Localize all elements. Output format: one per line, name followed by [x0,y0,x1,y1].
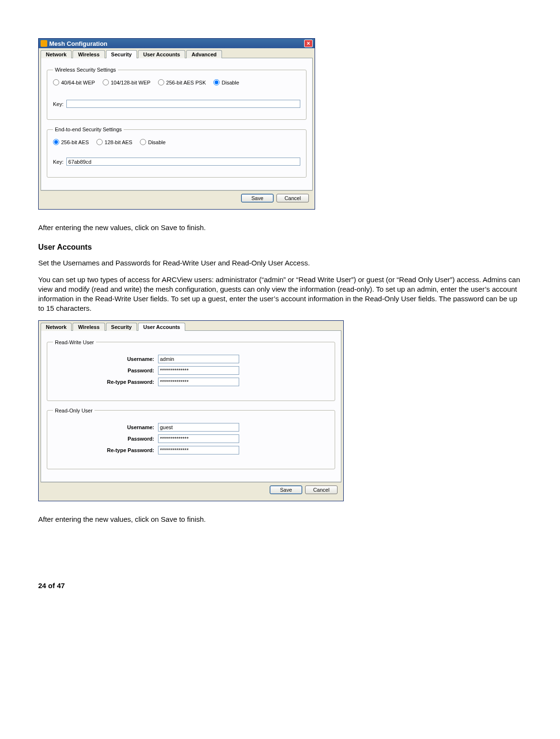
page-number: 24 of 47 [38,581,522,590]
rw-retype-label: Re-type Password: [53,379,158,385]
security-panel: Wireless Security Settings 40/64-bit WEP… [41,58,313,190]
tab-wireless[interactable]: Wireless [73,323,105,331]
rw-username-label: Username: [53,356,158,362]
prose-body: You can set up two types of access for A… [38,275,522,314]
tab-user-accounts[interactable]: User Accounts [138,50,185,58]
rw-legend: Read-Write User [53,339,96,345]
read-write-user-group: Read-Write User Username: Password: Re-t… [47,339,335,401]
rw-password-input[interactable] [158,366,239,375]
ro-retype-label: Re-type Password: [53,447,158,453]
e2e-radio-row: 256-bit AES 128-bit AES Disable [53,139,300,145]
tab-security[interactable]: Security [106,50,137,58]
user-accounts-panel: Read-Write User Username: Password: Re-t… [41,330,341,482]
prose-after-save-2: After entering the new values, click on … [38,515,522,524]
rw-password-label: Password: [53,368,158,373]
read-only-user-group: Read-Only User Username: Password: Re-ty… [47,408,335,469]
ro-password-input[interactable] [158,434,239,443]
save-button[interactable]: Save [241,194,274,202]
app-icon [41,40,47,47]
e2e-key-input[interactable] [66,158,300,166]
user-accounts-window: Network Wireless Security User Accounts … [38,320,344,501]
save-button[interactable]: Save [270,486,302,494]
radio-wep-104[interactable]: 104/128-bit WEP [103,79,150,85]
ro-username-label: Username: [53,424,158,430]
wireless-key-label: Key: [53,101,63,107]
wireless-security-group: Wireless Security Settings 40/64-bit WEP… [47,67,306,120]
e2e-legend: End-to-end Security Settings [53,127,124,132]
tabs: Network Wireless Security User Accounts [41,323,341,331]
wireless-key-input[interactable] [66,100,300,108]
ro-retype-input[interactable] [158,446,239,454]
tab-advanced[interactable]: Advanced [186,50,222,58]
ro-password-label: Password: [53,436,158,442]
tab-security[interactable]: Security [106,323,137,331]
rw-retype-input[interactable] [158,378,239,386]
e2e-key-label: Key: [53,159,63,165]
wireless-security-legend: Wireless Security Settings [53,67,118,73]
close-icon[interactable]: × [304,40,313,47]
radio-aes-256[interactable]: 256-bit AES [53,139,89,145]
prose-set-usernames: Set the Usernames and Passwords for Read… [38,258,522,268]
prose-after-save-1: After entering the new values, click on … [38,223,522,232]
ro-legend: Read-Only User [53,408,95,413]
radio-e2e-disable[interactable]: Disable [140,139,166,145]
radio-disable[interactable]: Disable [213,79,239,85]
section-heading-user-accounts: User Accounts [38,243,522,252]
ro-username-input[interactable] [158,423,239,432]
tabs: Network Wireless Security User Accounts … [41,50,313,58]
tab-user-accounts[interactable]: User Accounts [138,323,185,331]
cancel-button[interactable]: Cancel [276,194,309,202]
cancel-button[interactable]: Cancel [305,486,338,494]
radio-aes-psk[interactable]: 256-bit AES PSK [158,79,206,85]
tab-wireless[interactable]: Wireless [73,50,105,58]
button-bar: Save Cancel [41,482,341,497]
titlebar: Mesh Configuration × [39,39,315,48]
e2e-security-group: End-to-end Security Settings 256-bit AES… [47,127,306,178]
window-title: Mesh Configuration [49,40,107,47]
wireless-radio-row: 40/64-bit WEP 104/128-bit WEP 256-bit AE… [53,79,300,85]
radio-wep-40[interactable]: 40/64-bit WEP [53,79,95,85]
mesh-config-window: Mesh Configuration × Network Wireless Se… [38,38,315,210]
radio-aes-128[interactable]: 128-bit AES [96,139,132,145]
rw-username-input[interactable] [158,355,239,363]
tab-network[interactable]: Network [41,323,72,331]
button-bar: Save Cancel [41,190,313,205]
tab-network[interactable]: Network [41,50,72,58]
